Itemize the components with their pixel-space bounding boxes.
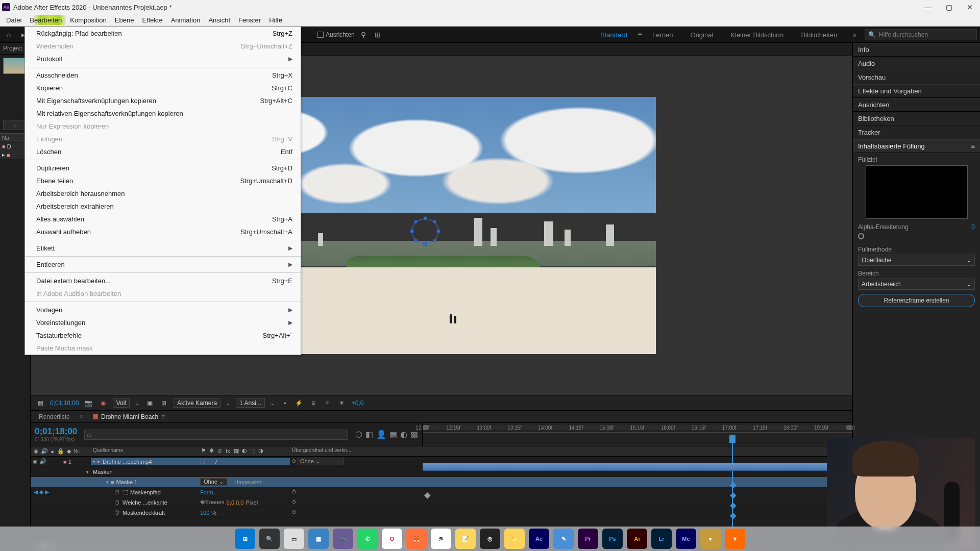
parent-select[interactable]: Ohne ⌄ <box>298 458 344 465</box>
app-ae[interactable]: Ae <box>529 529 549 549</box>
timeline-ruler[interactable]: 12:00f12:15f13:00f13:15f14:00f14:15f15:0… <box>423 432 852 442</box>
menu-item[interactable]: Rückgängig: Pfad bearbeitenStrg+Z <box>25 27 301 40</box>
view-layout[interactable]: 1 Ansi... <box>236 398 265 408</box>
draft3d-icon[interactable]: ◧ <box>365 430 373 439</box>
app-obs[interactable]: ◎ <box>480 529 500 549</box>
menu-effekte[interactable]: Effekte <box>138 15 166 25</box>
fill-method-select[interactable]: Oberfläche⌄ <box>858 255 975 266</box>
panel-info[interactable]: Info <box>853 43 980 57</box>
menu-item[interactable]: LöschenEntf <box>25 145 301 158</box>
fill-range-select[interactable]: Arbeitsbereich⌄ <box>858 279 975 290</box>
app-whatsapp[interactable]: ✆ <box>357 529 378 549</box>
taskview-button[interactable]: ▭ <box>284 529 304 549</box>
create-ref-frame-button[interactable]: Referenzframe erstellen <box>858 294 975 307</box>
app-ai[interactable]: Ai <box>627 529 647 549</box>
grid-icon[interactable]: ⊞ <box>159 398 168 408</box>
mask-row[interactable]: ▾■Maske 1 Ohne ⌄ Umgekehrt <box>31 477 852 487</box>
close-button[interactable]: ✕ <box>967 3 973 11</box>
menu-item[interactable]: Arbeitsbereich herausnehmen <box>25 187 301 200</box>
workspace-lernen[interactable]: Lernen <box>645 31 680 39</box>
channel-icon[interactable]: ◉ <box>99 398 108 408</box>
layer-row[interactable]: ◉🔊■1 ▾▸Drohne ...each.mp4 ⬚/ ⥀ Ohne ⌄ <box>31 457 852 467</box>
frame-blend-icon[interactable]: ▦ <box>389 430 397 439</box>
menu-item[interactable]: Entleeren▶ <box>25 258 301 271</box>
menu-komposition[interactable]: Komposition <box>66 15 111 25</box>
eye-column-icon[interactable]: ◉ <box>33 448 39 455</box>
snap-toggle[interactable]: Ausrichten <box>317 31 355 38</box>
menu-item[interactable]: Vorlagen▶ <box>25 304 301 316</box>
snapshot-icon[interactable]: 📷 <box>84 398 93 408</box>
menu-item[interactable]: KopierenStrg+C <box>25 82 301 94</box>
panel-preview[interactable]: Vorschau <box>853 70 980 84</box>
workspace-bibliotheken[interactable]: Bibliotheken <box>794 31 844 39</box>
panel-effects[interactable]: Effekte und Vorgaben <box>853 84 980 98</box>
menu-item[interactable]: Voreinstellungen▶ <box>25 316 301 329</box>
exposure-reset-icon[interactable]: ☀ <box>337 398 347 408</box>
resolution-select[interactable]: Voll <box>113 398 130 408</box>
panel-content-aware-fill[interactable]: Inhaltsbasierte Füllung≡ <box>853 139 980 153</box>
tab-comp[interactable]: Drohne Miami Beach ≡ <box>90 412 168 421</box>
audio-column-icon[interactable]: 🔊 <box>41 448 47 455</box>
menu-item[interactable]: Arbeitsbereich extrahieren <box>25 200 301 213</box>
menu-item[interactable]: DuplizierenStrg+D <box>25 162 301 174</box>
menu-item[interactable]: Auswahl aufhebenStrg+Umschalt+A <box>25 226 301 238</box>
panel-align[interactable]: Ausrichten <box>853 98 980 112</box>
menu-animation[interactable]: Animation <box>167 15 205 25</box>
maximize-button[interactable]: ▢ <box>946 3 952 11</box>
home-icon[interactable]: ⌂ <box>3 29 14 40</box>
layer-bar[interactable] <box>423 463 848 471</box>
minimize-button[interactable]: — <box>924 3 932 11</box>
panel-audio[interactable]: Audio <box>853 57 980 70</box>
solo-column-icon[interactable]: ● <box>49 448 56 455</box>
workspace-original[interactable]: Original <box>683 31 721 39</box>
app-ps[interactable]: Ps <box>602 529 623 549</box>
graph-editor-icon[interactable]: ▩ <box>410 430 418 439</box>
search-button[interactable]: 🔍 <box>259 529 280 549</box>
app-firefox[interactable]: 🦊 <box>406 529 427 549</box>
camera-select[interactable]: Aktive Kamera <box>174 398 220 408</box>
viewer-timecode[interactable]: 0;01;18;00 <box>50 399 79 407</box>
workspace-standard[interactable]: Standard <box>593 31 634 39</box>
menu-hilfe[interactable]: Hilfe <box>265 15 286 25</box>
menu-ansicht[interactable]: Ansicht <box>204 15 234 25</box>
app-misc2[interactable]: ▼ <box>725 529 745 549</box>
lock-column-icon[interactable]: 🔒 <box>57 448 64 455</box>
menu-item[interactable]: Etikett▶ <box>25 242 301 255</box>
app-editor[interactable]: ✎ <box>553 529 574 549</box>
timeline-icon[interactable]: ≡ <box>309 398 318 408</box>
menu-ebene[interactable]: Ebene <box>111 15 138 25</box>
menu-fenster[interactable]: Fenster <box>234 15 265 25</box>
menu-bearbeiten[interactable]: Bearbeiten <box>26 15 66 25</box>
prop-opacity[interactable]: ⏱Maskendeckkraft 100% ⥀ <box>31 508 852 518</box>
menu-item[interactable]: Ebene teilenStrg+Umschalt+D <box>25 174 301 187</box>
magnification-icon[interactable]: ▦ <box>36 398 45 408</box>
app-notes[interactable]: 📝 <box>455 529 476 549</box>
start-button[interactable]: ⊞ <box>235 529 255 549</box>
panel-tracker[interactable]: Tracker <box>853 126 980 139</box>
menu-item[interactable]: Mit relativen Eigenschaftsverknüpfungen … <box>25 107 301 120</box>
app-widgets[interactable]: ▦ <box>308 529 329 549</box>
alpha-slider[interactable] <box>858 233 864 239</box>
app-pr[interactable]: Pr <box>578 529 598 549</box>
tab-renderlist[interactable]: Renderliste <box>36 412 73 421</box>
comp-flow-icon[interactable]: ⚛ <box>323 398 332 408</box>
menu-item[interactable]: Datei extern bearbeiten...Strg+E <box>25 274 301 287</box>
project-search[interactable]: ⌕ <box>3 120 27 130</box>
timeline-timecode[interactable]: 0;01;18;00 01338 (29,97 fps) <box>35 427 77 442</box>
snap-grid-icon[interactable]: ⊞ <box>372 29 383 40</box>
prop-feather[interactable]: ⏱Weiche ...enkante �चления 0,0,0,0 Pixel… <box>31 497 852 508</box>
workspace-overflow[interactable]: » <box>847 31 862 39</box>
app-lr[interactable]: Lr <box>651 529 672 549</box>
help-search[interactable]: 🔍 Hilfe durchsuchen <box>865 29 977 40</box>
prop-maskpath[interactable]: ◀◆▶ ⏱⬚Maskenpfad Form... ⥀ <box>31 487 852 497</box>
app-opera[interactable]: O <box>382 529 402 549</box>
playhead[interactable] <box>729 435 736 443</box>
label-column-icon[interactable]: ◆ <box>65 448 72 455</box>
fast-preview-icon[interactable]: ⚡ <box>295 398 304 408</box>
menu-item[interactable]: AusschneidenStrg+X <box>25 69 301 82</box>
app-generic[interactable]: ⚞ <box>431 529 451 549</box>
roi-icon[interactable]: ▣ <box>145 398 154 408</box>
alpha-exp-value[interactable]: 0 <box>971 223 975 231</box>
menu-datei[interactable]: Datei <box>2 15 26 25</box>
mask-mode[interactable]: Ohne ⌄ <box>200 478 227 486</box>
